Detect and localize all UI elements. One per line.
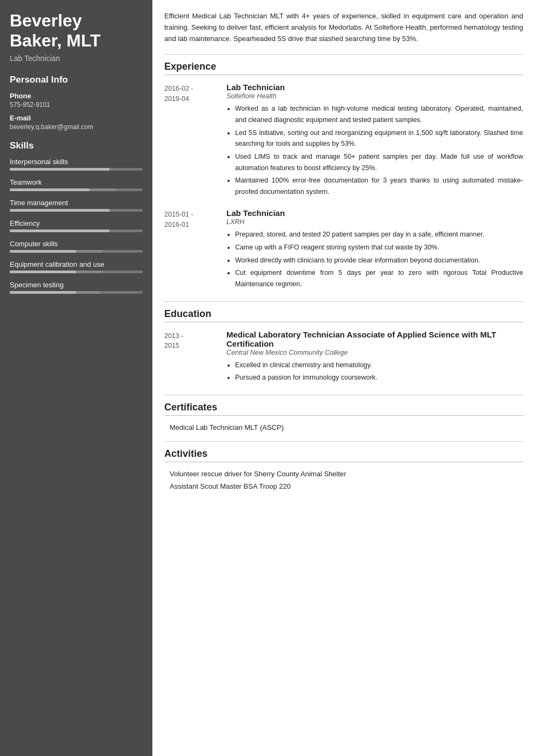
experience-heading: Experience <box>164 61 523 75</box>
education-heading: Education <box>164 308 523 322</box>
activity-item-1: Volunteer rescue driver for Sherry Count… <box>164 470 523 478</box>
edu-bullets-1: Excelled in clinical chemistry and hemat… <box>226 360 523 383</box>
certificate-item-1: Medical Lab Technician MLT (ASCP) <box>164 423 523 431</box>
bullet: Used LIMS to track and manage 50+ patien… <box>235 151 523 173</box>
skill-computer: Computer skills <box>10 240 143 253</box>
bullet: Maintained 100% error-free documentation… <box>235 175 523 197</box>
skill-interpersonal: Interpersonal skills <box>10 158 143 171</box>
bullet: Prepared, stored, and tested 20 patient … <box>235 229 523 240</box>
edu-content-1: Medical Laboratory Technician Associate … <box>226 330 523 385</box>
certificates-section: Certificates Medical Lab Technician MLT … <box>164 402 523 431</box>
bullet: Cut equipment downtime from 5 days per y… <box>235 267 523 289</box>
activities-divider <box>164 441 523 442</box>
entry-content-2: Lab Technician LXRH Prepared, stored, an… <box>226 208 523 291</box>
activity-item-2: Assistant Scout Master BSA Troop 220 <box>164 482 523 490</box>
skill-efficiency: Efficiency <box>10 219 143 232</box>
candidate-name: Beverley Baker, MLT <box>10 11 143 51</box>
phone-label: Phone <box>10 92 143 100</box>
summary: Efficient Medical Lab Technician MLT wit… <box>164 11 523 44</box>
experience-entry-1: 2016-02 -2019-04 Lab Technician Soltefio… <box>164 83 523 199</box>
email-label: E-mail <box>10 114 143 122</box>
education-section: Education 2013 -2015 Medical Laboratory … <box>164 308 523 385</box>
entry-date-2: 2015-01 -2016-01 <box>164 208 226 291</box>
skill-time-management: Time management <box>10 199 143 212</box>
entry-title-2: Lab Technician <box>226 208 523 218</box>
bullet: Pursued a passion for immunology coursew… <box>235 372 523 383</box>
experience-entry-2: 2015-01 -2016-01 Lab Technician LXRH Pre… <box>164 208 523 291</box>
edu-date-1: 2013 -2015 <box>164 330 226 385</box>
experience-section: Experience 2016-02 -2019-04 Lab Technici… <box>164 61 523 291</box>
job-title: Lab Technician <box>10 54 143 63</box>
entry-bullets-1: Worked as a lab technician in high-volum… <box>226 103 523 197</box>
bullet: Came up with a FIFO reagent storing syst… <box>235 242 523 253</box>
bullet: Worked directly with clinicians to provi… <box>235 255 523 266</box>
bullet: Worked as a lab technician in high-volum… <box>235 103 523 125</box>
main-content: Efficient Medical Lab Technician MLT wit… <box>152 0 535 756</box>
sidebar: Beverley Baker, MLT Lab Technician Perso… <box>0 0 152 756</box>
entry-date-1: 2016-02 -2019-04 <box>164 83 226 199</box>
phone-value: 575-952-9101 <box>10 101 143 109</box>
email-value: beverley.q.baker@gmail.com <box>10 123 143 131</box>
skill-specimen: Specimen testing <box>10 281 143 294</box>
entry-bullets-2: Prepared, stored, and tested 20 patient … <box>226 229 523 289</box>
bullet: Excelled in clinical chemistry and hemat… <box>235 360 523 371</box>
certificates-heading: Certificates <box>164 402 523 416</box>
personal-info-heading: Personal Info <box>10 75 143 85</box>
bullet: Led 5S initiative, sorting out and reorg… <box>235 127 523 150</box>
edu-title-1: Medical Laboratory Technician Associate … <box>226 330 523 348</box>
entry-org-2: LXRH <box>226 218 523 226</box>
activities-section: Activities Volunteer rescue driver for S… <box>164 448 523 490</box>
skill-equipment: Equipment calibration and use <box>10 260 143 273</box>
skills-heading: Skills <box>10 140 143 151</box>
entry-content-1: Lab Technician Soltefiore Health Worked … <box>226 83 523 199</box>
skill-teamwork: Teamwork <box>10 178 143 191</box>
experience-divider <box>164 54 523 55</box>
entry-title-1: Lab Technician <box>226 83 523 92</box>
education-entry-1: 2013 -2015 Medical Laboratory Technician… <box>164 330 523 385</box>
entry-org-1: Soltefiore Health <box>226 92 523 100</box>
certs-divider <box>164 395 523 395</box>
education-divider <box>164 301 523 302</box>
activities-heading: Activities <box>164 448 523 462</box>
edu-org-1: Central New Mexico Community College <box>226 349 523 356</box>
skills-list: Interpersonal skills Teamwork Time manag… <box>10 158 143 294</box>
